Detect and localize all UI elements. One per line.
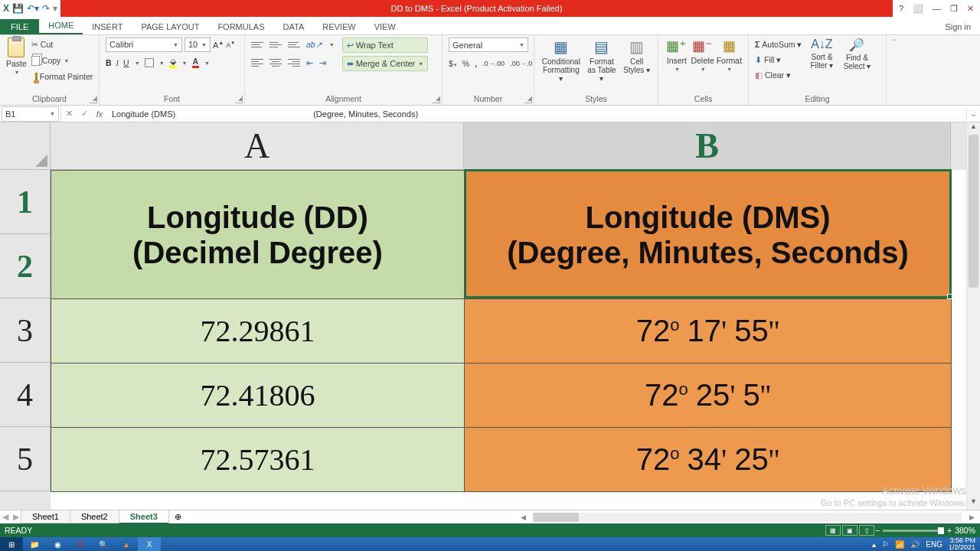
row-header-4[interactable]: 4 (0, 363, 51, 427)
hscroll-left-icon[interactable]: ◀ (518, 514, 528, 521)
zoom-level[interactable]: 380% (955, 526, 975, 535)
cell-styles-button[interactable]: ▥ Cell Styles ▾ (622, 37, 652, 74)
zoom-in-icon[interactable]: + (947, 526, 952, 535)
row-header-3[interactable]: 3 (0, 298, 51, 363)
taskbar-opera[interactable]: O (69, 537, 92, 551)
new-sheet-button[interactable]: ⊕ (168, 510, 188, 523)
expand-formula-bar-icon[interactable]: ⌄ (966, 109, 980, 119)
dialog-launcher-icon[interactable]: ◢ (433, 96, 440, 103)
decrease-decimal-icon[interactable]: .00→.0 (510, 60, 532, 67)
cell-a4[interactable]: 72.41806 (51, 364, 465, 428)
cell-b3[interactable]: 72o 17' 55'' (465, 299, 952, 364)
format-painter-button[interactable]: Format Painter (31, 70, 93, 83)
page-break-view-icon[interactable]: ▯ (859, 525, 874, 536)
bold-button[interactable]: B (106, 58, 112, 67)
tab-file[interactable]: FILE (0, 19, 39, 34)
underline-button[interactable]: U (123, 58, 129, 67)
tray-lang[interactable]: ENG (926, 540, 942, 549)
delete-cells-button[interactable]: ▦⁻Delete▼ (691, 37, 715, 72)
wrap-text-button[interactable]: ↩Wrap Text (342, 37, 429, 53)
hscroll-right-icon[interactable]: ▶ (966, 514, 977, 521)
decrease-font-icon[interactable]: A▼ (226, 41, 235, 49)
qat-customize-icon[interactable]: ▾ (53, 3, 57, 14)
taskbar-explorer[interactable]: 📁 (23, 537, 46, 551)
cell-a3[interactable]: 72.29861 (51, 299, 465, 364)
fill-color-button[interactable]: ⬙ (169, 57, 177, 68)
taskbar-search[interactable]: 🔍 (92, 537, 115, 551)
percent-format-icon[interactable]: % (462, 59, 469, 68)
sheet-tab-2[interactable]: Sheet2 (70, 510, 119, 523)
col-header-b[interactable]: B (464, 122, 951, 170)
taskbar-chrome[interactable]: ◉ (46, 537, 69, 551)
name-box[interactable]: B1▼ (2, 106, 59, 122)
font-family-select[interactable]: Calibri▼ (106, 37, 182, 52)
cell-a1[interactable]: Longitude (DD)(Decimel Degree) (51, 171, 465, 299)
sheet-tab-3[interactable]: Sheet3 (119, 510, 169, 524)
row-header-1[interactable]: 1 (0, 170, 51, 234)
autosum-button[interactable]: ΣAutoSum ▾ (755, 37, 802, 51)
cut-button[interactable]: ✂Cut (31, 37, 93, 51)
insert-cells-button[interactable]: ▦⁺Insert▼ (665, 37, 689, 72)
cells-area[interactable]: Longitude (DD)(Decimel Degree) Longitude… (51, 170, 966, 510)
increase-font-icon[interactable]: A▲ (213, 40, 224, 50)
save-icon[interactable]: 💾 (12, 3, 24, 14)
cell-b4[interactable]: 72o 25' 5'' (465, 364, 952, 428)
orientation-icon[interactable]: ab↗ (306, 40, 322, 49)
hscroll-thumb[interactable] (533, 513, 579, 522)
minimize-icon[interactable]: — (933, 4, 941, 13)
paste-button[interactable]: Paste ▼ (6, 37, 27, 75)
tray-volume-icon[interactable]: 🔊 (910, 540, 920, 549)
sheet-nav-prev-icon[interactable]: ◀ (0, 512, 11, 522)
align-right-icon[interactable] (288, 57, 300, 68)
help-icon[interactable]: ? (899, 4, 903, 13)
tab-page-layout[interactable]: PAGE LAYOUT (132, 19, 208, 34)
collapse-ribbon-icon[interactable]: ˆ (887, 35, 902, 105)
sort-filter-button[interactable]: A↓ZSort & Filter ▾ (806, 37, 837, 70)
tray-network-icon[interactable]: 📶 (895, 540, 904, 549)
cell-b1[interactable]: Longitude (DMS)(Degree, Minutes, Seconds… (465, 171, 952, 299)
insert-function-icon[interactable]: fx (92, 109, 107, 119)
normal-view-icon[interactable]: ▦ (825, 525, 841, 536)
vertical-scrollbar[interactable]: ▲ ▼ (966, 122, 980, 510)
col-header-a[interactable]: A (51, 122, 464, 170)
find-select-button[interactable]: 🔎Find & Select ▾ (841, 37, 872, 70)
dialog-launcher-icon[interactable]: ◢ (235, 96, 243, 103)
tab-view[interactable]: VIEW (365, 19, 405, 34)
row-header-5[interactable]: 5 (0, 427, 51, 491)
fill-button[interactable]: ⬇Fill ▾ (755, 53, 802, 67)
horizontal-scrollbar[interactable]: ◀ ▶ (188, 513, 980, 522)
format-cells-button[interactable]: ▦Format▼ (717, 37, 743, 72)
dialog-launcher-icon[interactable]: ◢ (524, 96, 532, 103)
align-bottom-icon[interactable] (288, 39, 300, 50)
scroll-up-icon[interactable]: ▲ (967, 122, 980, 135)
zoom-control[interactable]: − + 380% (875, 526, 975, 535)
border-button[interactable] (145, 58, 154, 67)
number-format-select[interactable]: General▼ (449, 37, 528, 52)
sheet-tab-1[interactable]: Sheet1 (21, 510, 70, 523)
align-middle-icon[interactable] (270, 39, 282, 50)
scroll-down-icon[interactable]: ▼ (967, 497, 980, 510)
ribbon-display-icon[interactable]: ⬜ (913, 4, 923, 14)
zoom-slider[interactable] (883, 530, 944, 532)
cancel-formula-icon[interactable]: ✕ (61, 109, 77, 119)
page-layout-view-icon[interactable]: ▣ (842, 525, 858, 536)
font-size-select[interactable]: 10▼ (185, 37, 211, 52)
cell-a5[interactable]: 72.57361 (51, 428, 465, 492)
redo-icon[interactable]: ↷ (42, 3, 50, 14)
decrease-indent-icon[interactable]: ⇤ (306, 58, 313, 67)
tab-insert[interactable]: INSERT (83, 19, 132, 34)
taskbar-vlc[interactable]: ▲ (115, 537, 138, 551)
accounting-format-icon[interactable]: $▾ (449, 59, 457, 68)
conditional-formatting-button[interactable]: ▦ Conditional Formatting ▾ (541, 37, 582, 83)
start-button[interactable]: ⊞ (0, 537, 23, 551)
tab-data[interactable]: DATA (274, 19, 314, 34)
dialog-launcher-icon[interactable]: ◢ (90, 96, 97, 103)
copy-button[interactable]: Copy▼ (31, 54, 93, 67)
tab-review[interactable]: REVIEW (313, 19, 364, 34)
enter-formula-icon[interactable]: ✓ (77, 109, 92, 119)
sheet-nav-next-icon[interactable]: ▶ (11, 512, 21, 522)
tray-flag-icon[interactable]: ⚐ (882, 540, 889, 549)
align-center-icon[interactable] (270, 57, 282, 68)
tray-clock[interactable]: 3:56 PM1/2/2021 (949, 537, 975, 551)
maximize-icon[interactable]: ❐ (950, 4, 958, 14)
